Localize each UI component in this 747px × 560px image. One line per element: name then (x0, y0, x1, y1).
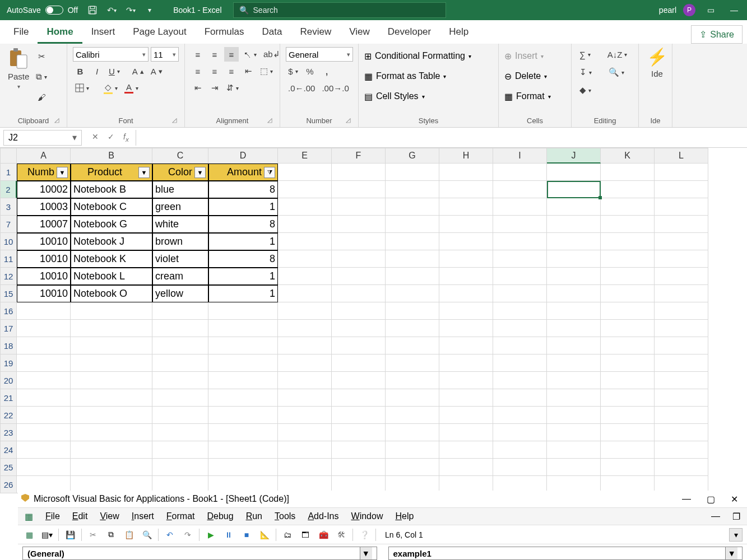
cell[interactable] (208, 337, 278, 354)
cell[interactable]: Notebook G (71, 216, 152, 233)
cell[interactable] (601, 233, 655, 250)
align-center-icon[interactable]: ≡ (207, 64, 222, 78)
row-header[interactable]: 24 (0, 441, 17, 459)
cell[interactable] (278, 181, 332, 198)
cell[interactable] (278, 354, 332, 372)
cell[interactable]: blue (152, 181, 208, 198)
cell[interactable] (386, 285, 439, 302)
delete-cells-button[interactable]: ⊖Delete▾ (504, 68, 551, 84)
cell[interactable] (386, 233, 439, 250)
cell[interactable] (152, 407, 208, 424)
cell[interactable] (547, 164, 601, 181)
currency-icon[interactable]: $▾ (286, 64, 300, 78)
format-as-table-button[interactable]: ▦Format as Table▾ (364, 68, 471, 84)
cell[interactable] (439, 216, 493, 233)
filter-dropdown-icon[interactable]: ▼ (57, 167, 68, 178)
column-header[interactable]: J (547, 148, 601, 164)
column-header[interactable]: E (278, 148, 332, 164)
cell[interactable] (386, 250, 439, 268)
cell[interactable]: 10010 (17, 268, 71, 285)
cell[interactable] (152, 372, 208, 389)
cell[interactable] (71, 441, 152, 459)
cell[interactable] (278, 233, 332, 250)
cell[interactable] (655, 164, 708, 181)
vbe-menu-help[interactable]: Help (395, 511, 414, 521)
cell[interactable] (71, 424, 152, 441)
cell[interactable] (655, 389, 708, 407)
column-header[interactable]: K (601, 148, 655, 164)
cell[interactable] (655, 181, 708, 198)
cell[interactable] (493, 233, 547, 250)
cell[interactable]: 8 (208, 216, 278, 233)
align-middle-icon[interactable]: ≡ (207, 47, 222, 62)
cell-styles-button[interactable]: ▤Cell Styles▾ (364, 88, 471, 104)
cell[interactable] (439, 389, 493, 407)
cell[interactable] (547, 389, 601, 407)
qa-customize-icon[interactable]: ▾ (142, 3, 157, 17)
align-top-icon[interactable]: ≡ (191, 47, 205, 62)
cell[interactable] (278, 459, 332, 476)
cell[interactable] (17, 320, 71, 337)
user-avatar[interactable]: P (683, 4, 695, 16)
cell[interactable] (386, 459, 439, 476)
cell[interactable] (386, 407, 439, 424)
table-header-cell[interactable]: Amount⧩ (208, 164, 278, 181)
cell[interactable] (547, 372, 601, 389)
percent-icon[interactable]: % (303, 64, 317, 78)
cell[interactable] (547, 250, 601, 268)
cell[interactable] (332, 407, 386, 424)
cell[interactable] (71, 354, 152, 372)
tab-review[interactable]: Review (291, 22, 340, 44)
name-box[interactable]: J2▾ (3, 130, 82, 146)
row-header[interactable]: 18 (0, 337, 17, 354)
cell[interactable] (655, 337, 708, 354)
column-header[interactable]: B (71, 148, 152, 164)
cell[interactable] (547, 337, 601, 354)
cell[interactable] (439, 250, 493, 268)
cell[interactable] (332, 459, 386, 476)
vbe-menu-insert[interactable]: Insert (132, 511, 154, 521)
vbe-minimize-icon[interactable]: — (682, 494, 691, 505)
cell[interactable] (332, 372, 386, 389)
sort-icon[interactable]: A↓Z▾ (605, 47, 630, 62)
cell[interactable] (278, 198, 332, 216)
cell[interactable]: 1 (208, 198, 278, 216)
cell[interactable] (278, 441, 332, 459)
indent-left-icon[interactable]: ⇤ (191, 81, 205, 95)
cell[interactable]: green (152, 198, 208, 216)
cell[interactable]: Notebook C (71, 198, 152, 216)
cut-icon[interactable]: ✂ (34, 49, 49, 64)
cell[interactable] (17, 459, 71, 476)
italic-button[interactable]: I (90, 64, 104, 78)
ideas-button[interactable]: ⚡Ide (644, 47, 670, 78)
cell[interactable] (547, 268, 601, 285)
cell[interactable] (386, 337, 439, 354)
cell[interactable] (386, 372, 439, 389)
cell[interactable] (601, 441, 655, 459)
cell[interactable] (386, 441, 439, 459)
decrease-font-icon[interactable]: A▾ (149, 64, 165, 78)
cell[interactable]: 10010 (17, 250, 71, 268)
tab-page-layout[interactable]: Page Layout (124, 22, 195, 44)
cell[interactable] (547, 441, 601, 459)
cell[interactable] (493, 407, 547, 424)
row-header[interactable]: 10 (0, 233, 17, 250)
font-size-select[interactable]: 11▾ (151, 47, 179, 62)
undo-icon[interactable]: ↶▾ (104, 3, 119, 17)
sort-filter-icon[interactable]: ⇵▾ (224, 81, 241, 95)
cell[interactable] (547, 216, 601, 233)
cell[interactable] (439, 424, 493, 441)
vbe-run-icon[interactable]: ▶ (204, 528, 217, 542)
cell[interactable] (493, 320, 547, 337)
vbe-object-select[interactable]: (General)▾ (22, 547, 377, 560)
cell[interactable] (208, 372, 278, 389)
cell[interactable] (152, 459, 208, 476)
row-header[interactable]: 16 (0, 302, 17, 320)
vbe-insert-module-icon[interactable]: ▤▾ (40, 528, 54, 542)
cell[interactable] (493, 250, 547, 268)
cell[interactable] (278, 407, 332, 424)
search-box[interactable]: 🔍 Search (233, 2, 446, 18)
cell[interactable] (71, 320, 152, 337)
vbe-menu-window[interactable]: Window (351, 511, 383, 521)
cell[interactable] (332, 354, 386, 372)
